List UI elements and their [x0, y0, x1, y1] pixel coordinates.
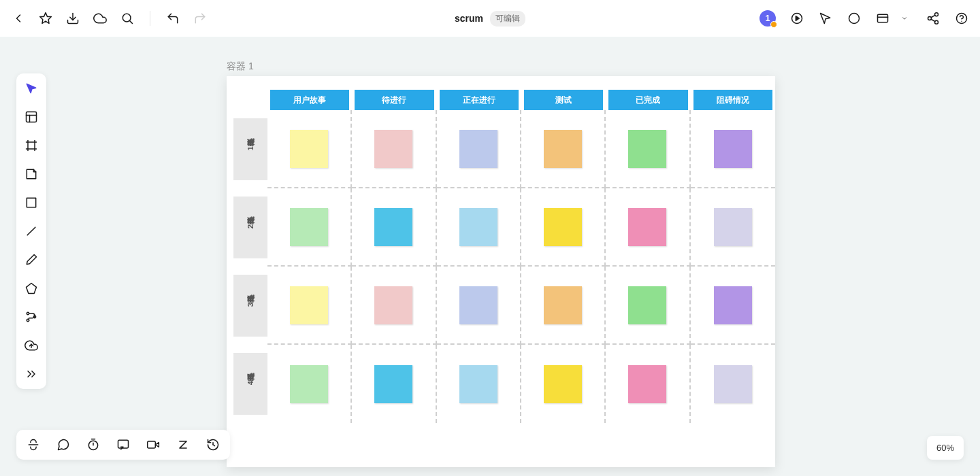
sticky-note[interactable]	[628, 208, 666, 246]
board-cell[interactable]	[691, 110, 775, 188]
zoom-level[interactable]: 60%	[927, 436, 964, 460]
document-title[interactable]: scrum	[455, 13, 483, 24]
upload-tool[interactable]	[23, 337, 39, 354]
column-header[interactable]: 阻碍情况	[693, 90, 772, 110]
sticky-note[interactable]	[714, 208, 752, 246]
board-cell[interactable]	[521, 110, 606, 188]
scrum-board-container[interactable]: 用户故事待进行正在进行测试已完成阻碍情况用户故事 1用户故事 2用户故事 3用户…	[227, 76, 775, 467]
column-header[interactable]: 待进行	[355, 90, 434, 110]
star-icon[interactable]	[38, 11, 53, 26]
edit-mode-badge[interactable]: 可编辑	[490, 11, 525, 27]
user-count-badge[interactable]: 1	[760, 10, 776, 27]
board-cell[interactable]	[521, 345, 606, 423]
column-header[interactable]: 正在进行	[440, 90, 519, 110]
text-z-tool[interactable]	[176, 437, 191, 452]
sticky-note[interactable]	[628, 286, 666, 324]
sticky-note[interactable]	[290, 130, 328, 168]
board-cell[interactable]	[437, 345, 521, 423]
frame-tool[interactable]	[23, 137, 39, 154]
chat-tool[interactable]	[56, 437, 71, 452]
share-icon[interactable]	[926, 11, 941, 26]
sticky-note[interactable]	[544, 130, 582, 168]
sticky-note[interactable]	[374, 365, 412, 403]
help-icon[interactable]	[954, 11, 969, 26]
download-icon[interactable]	[65, 11, 80, 26]
cloud-icon[interactable]	[93, 11, 108, 26]
back-icon[interactable]	[11, 11, 26, 26]
sticky-note[interactable]	[628, 130, 666, 168]
sticky-note[interactable]	[714, 130, 752, 168]
board-cell[interactable]	[352, 345, 436, 423]
row-header[interactable]: 用户故事 3	[233, 275, 267, 337]
strikethrough-tool[interactable]	[26, 437, 41, 452]
template-tool[interactable]	[23, 109, 39, 125]
connector-tool[interactable]	[23, 309, 39, 325]
board-cell[interactable]	[437, 188, 521, 267]
sticky-note[interactable]	[459, 130, 497, 168]
canvas-area[interactable]: 容器 1 用户故事待进行正在进行测试已完成阻碍情况用户故事 1用户故事 2用户故…	[0, 37, 980, 476]
sticky-note[interactable]	[544, 208, 582, 246]
row-header[interactable]: 用户故事 4	[233, 353, 267, 415]
board-cell[interactable]	[352, 188, 436, 267]
board-cell[interactable]	[606, 110, 690, 188]
more-tools-icon[interactable]	[23, 366, 39, 382]
sticky-note[interactable]	[544, 365, 582, 403]
cursor-share-icon[interactable]	[818, 11, 833, 26]
svg-marker-25	[27, 284, 37, 294]
board-cell[interactable]	[267, 188, 352, 267]
board-cell[interactable]	[437, 110, 521, 188]
undo-icon[interactable]	[165, 11, 180, 26]
board-cell[interactable]	[267, 267, 352, 345]
board-cell[interactable]	[606, 267, 690, 345]
sticky-note[interactable]	[290, 208, 328, 246]
sticky-note[interactable]	[374, 208, 412, 246]
sticky-note[interactable]	[290, 365, 328, 403]
board-cell[interactable]	[352, 110, 436, 188]
column-header[interactable]: 已完成	[608, 90, 687, 110]
rectangle-tool[interactable]	[23, 194, 39, 211]
pen-tool[interactable]	[23, 252, 39, 268]
redo-icon	[193, 11, 208, 26]
sticky-note[interactable]	[459, 365, 497, 403]
sticky-note[interactable]	[459, 286, 497, 324]
board-cell[interactable]	[691, 345, 775, 423]
panel-dropdown-icon[interactable]	[897, 11, 912, 26]
comment-tool[interactable]	[116, 437, 131, 452]
sticky-note[interactable]	[459, 208, 497, 246]
polygon-tool[interactable]	[23, 280, 39, 296]
svg-line-12	[931, 19, 935, 21]
video-tool[interactable]	[146, 437, 161, 452]
board-cell[interactable]	[606, 345, 690, 423]
comment-icon[interactable]	[847, 11, 862, 26]
timer-tool[interactable]	[86, 437, 101, 452]
sticky-note[interactable]	[714, 365, 752, 403]
search-icon[interactable]	[120, 11, 135, 26]
board-cell[interactable]	[267, 110, 352, 188]
sticky-note[interactable]	[374, 286, 412, 324]
board-cell[interactable]	[691, 188, 775, 267]
sticky-note[interactable]	[374, 130, 412, 168]
container-label[interactable]: 容器 1	[227, 61, 254, 73]
sticky-note[interactable]	[290, 286, 328, 324]
column-header[interactable]: 用户故事	[270, 90, 349, 110]
sticky-note[interactable]	[628, 365, 666, 403]
history-tool[interactable]	[206, 437, 220, 452]
svg-point-6	[849, 14, 860, 24]
sticky-note[interactable]	[714, 286, 752, 324]
board-cell[interactable]	[352, 267, 436, 345]
board-cell[interactable]	[521, 188, 606, 267]
row-header[interactable]: 用户故事 1	[233, 118, 267, 180]
select-tool[interactable]	[23, 80, 39, 97]
line-tool[interactable]	[23, 223, 39, 239]
board-cell[interactable]	[437, 267, 521, 345]
board-cell[interactable]	[521, 267, 606, 345]
sticky-note[interactable]	[544, 286, 582, 324]
board-cell[interactable]	[267, 345, 352, 423]
sticky-tool[interactable]	[23, 166, 39, 182]
play-icon[interactable]	[789, 11, 804, 26]
panel-icon[interactable]	[875, 11, 890, 26]
column-header[interactable]: 测试	[524, 90, 603, 110]
board-cell[interactable]	[691, 267, 775, 345]
board-cell[interactable]	[606, 188, 690, 267]
row-header[interactable]: 用户故事 2	[233, 197, 267, 258]
